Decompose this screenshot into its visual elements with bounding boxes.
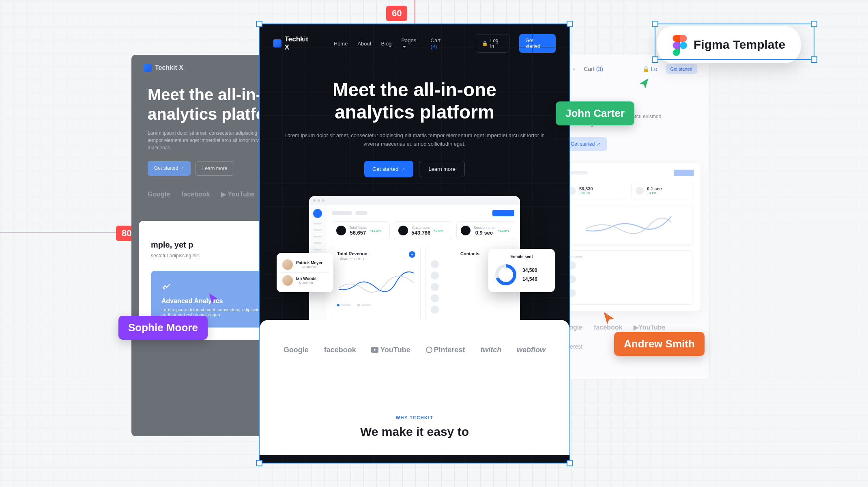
logo-google: Google: [148, 191, 170, 198]
stat-value: 0.1 sec: [647, 186, 662, 191]
arrow-icon: [178, 164, 185, 172]
cta-primary[interactable]: Get started ↗: [564, 137, 607, 151]
stat-change: +14.9%: [579, 191, 593, 195]
login-link[interactable]: 🔒 Lo: [642, 66, 657, 72]
logo-youtube: ▶ YouTube: [221, 190, 254, 198]
stat-value: 56,330: [579, 186, 593, 191]
stat-card: 0.1 sec+3.1%: [631, 182, 694, 199]
nav-cart[interactable]: Cart (3): [584, 66, 603, 72]
user-badge-john: John Carter: [556, 101, 634, 125]
user-badge-sophie: Sophie Moore: [118, 316, 208, 340]
get-started[interactable]: Get started: [666, 64, 697, 74]
brand-text: Techkit X: [155, 64, 183, 71]
logo-facebook: facebook: [181, 191, 210, 198]
chevron-down-icon: [572, 69, 576, 71]
cursor-john: [638, 77, 651, 90]
resize-handle-bl[interactable]: [652, 56, 658, 63]
selection-box[interactable]: [259, 24, 570, 463]
resize-handle-bl[interactable]: [256, 460, 262, 466]
stat-change: +3.1%: [647, 191, 662, 195]
contacts-card: Contacts: [563, 250, 694, 305]
stat-card: 56,330+14.9%: [563, 182, 626, 199]
guide-vertical: [415, 0, 415, 24]
measure-top: 60: [386, 6, 407, 21]
logo-facebook: facebook: [594, 324, 622, 331]
dashboard-light: 56,330+14.9% 0.1 sec+3.1% Contacts: [557, 163, 700, 311]
resize-handle-tr[interactable]: [811, 21, 817, 27]
resize-handle-tr[interactable]: [567, 21, 573, 27]
logo-icon: [144, 64, 152, 72]
cta-secondary[interactable]: Learn more: [196, 161, 234, 176]
svg-point-0: [164, 288, 165, 289]
line-chart: [569, 210, 689, 239]
chart-card: [563, 205, 694, 246]
stat-icon: [636, 187, 644, 195]
cursor-andrew: [603, 312, 615, 324]
resize-handle-tl[interactable]: [652, 21, 658, 27]
resize-handle-tl[interactable]: [256, 21, 262, 27]
analytics-icon: [161, 281, 171, 291]
resize-handle-br[interactable]: [811, 56, 817, 63]
resize-handle-br[interactable]: [567, 460, 573, 466]
cursor-sophie: [207, 292, 220, 305]
brand: Techkit X: [144, 64, 183, 72]
logo-youtube: ▶YouTube: [634, 323, 665, 331]
blue-bar: [674, 170, 694, 176]
figma-selection[interactable]: [655, 24, 814, 60]
cta-primary[interactable]: Get started: [148, 161, 191, 176]
user-badge-andrew: Andrew Smith: [614, 332, 705, 356]
